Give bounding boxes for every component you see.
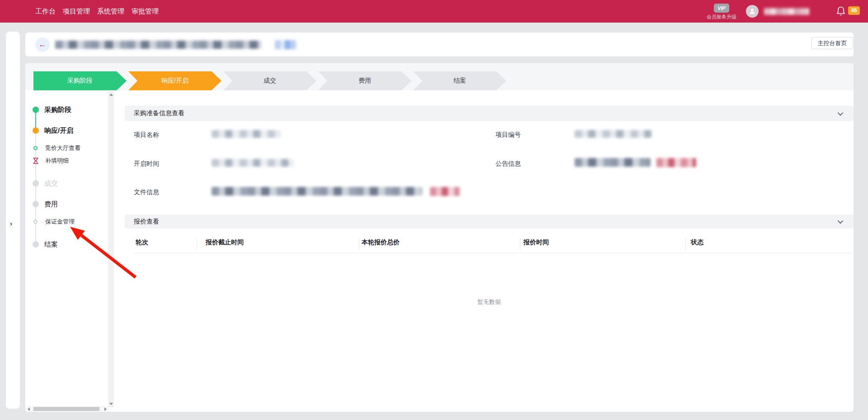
step-label: 费用 — [359, 77, 371, 85]
step-label: 采购阶段 — [67, 77, 93, 85]
sidebar-item-label: 竞价大厅查看 — [45, 144, 80, 152]
value-project-number-redacted — [575, 130, 651, 138]
username-redacted — [764, 8, 809, 15]
green-dot-icon — [33, 107, 39, 113]
label-project-number: 项目编号 — [495, 131, 521, 139]
vip-icon: VIP — [714, 4, 729, 13]
sidebar-item-deposit-mgmt[interactable]: 保证金管理 — [25, 217, 75, 226]
project-title-redacted — [55, 41, 261, 49]
user-icon — [749, 8, 756, 15]
sidebar-item-fee[interactable]: 费用 — [25, 199, 58, 209]
console-home-button[interactable]: 主控台首页 — [811, 37, 853, 49]
empty-state-text: 暂无数据 — [453, 298, 525, 306]
step-label: 成交 — [264, 77, 276, 85]
step-deal[interactable]: 成交 — [223, 71, 316, 90]
scroll-down-icon[interactable] — [109, 403, 113, 405]
step-fee[interactable]: 费用 — [318, 71, 411, 90]
sidebar-item-purchase-stage[interactable]: 采购阶段 — [25, 105, 71, 115]
sidebar-item-label: 响应/开启 — [44, 126, 73, 135]
bell-icon[interactable] — [836, 6, 845, 16]
stage-progress-bar: 采购阶段 响应/开启 成交 费用 结案 — [25, 63, 854, 90]
sidebar-item-label: 成交 — [44, 179, 58, 188]
sidebar-item-deal[interactable]: 成交 — [25, 178, 58, 188]
step-label: 结案 — [453, 77, 466, 85]
sidebar-vertical-scrollbar[interactable] — [108, 91, 114, 407]
hourglass-icon — [33, 158, 38, 164]
sidebar-item-close-case[interactable]: 结案 — [25, 239, 58, 249]
sidebar-item-label: 采购阶段 — [44, 106, 71, 114]
column-divider — [685, 238, 686, 250]
scrollbar-thumb[interactable] — [33, 407, 99, 411]
sidebar-item-label: 结案 — [44, 240, 58, 249]
scroll-right-icon[interactable] — [104, 407, 107, 411]
expand-panel-icon[interactable]: › — [10, 219, 12, 227]
announcement-link-redacted[interactable] — [656, 158, 696, 167]
collapsed-panel: › — [6, 32, 20, 409]
page-header-card: ← 主控台首页 — [25, 33, 854, 56]
gray-dot-icon — [33, 201, 39, 207]
gray-dot-icon — [33, 180, 39, 187]
back-button[interactable]: ← — [35, 37, 50, 52]
nav-item-workbench[interactable]: 工作台 — [35, 7, 56, 16]
value-open-time-redacted — [212, 159, 294, 167]
label-announcement-info: 公告信息 — [495, 160, 521, 168]
step-response-open[interactable]: 响应/开启 — [128, 71, 222, 90]
step-label: 响应/开启 — [161, 77, 189, 85]
section-quote-view: 报价查看 — [125, 215, 854, 229]
main-card: 采购阶段 响应/开启 成交 费用 结案 采购阶段 响应/开启 竞价大厅查看 补填… — [25, 63, 854, 412]
table-header-border — [134, 253, 854, 253]
section-purchase-info: 采购准备信息查看 — [125, 106, 854, 121]
app-root: 工作台 项目管理 系统管理 审批管理 VIP 会员服务升级 46 › ← — [0, 0, 868, 420]
column-round: 轮次 — [136, 238, 148, 247]
section-title: 报价查看 — [134, 218, 159, 226]
sidebar-item-label: 保证金管理 — [45, 218, 75, 226]
orange-dot-icon — [33, 127, 39, 134]
main-menu: 工作台 项目管理 系统管理 审批管理 — [35, 0, 159, 23]
vip-upgrade-label: 会员服务升级 — [703, 14, 740, 20]
gray-dot-icon — [33, 241, 39, 247]
top-nav: 工作台 项目管理 系统管理 审批管理 VIP 会员服务升级 46 — [0, 0, 868, 23]
column-quote-deadline: 报价截止时间 — [206, 238, 244, 247]
back-arrow-icon: ← — [39, 40, 47, 49]
value-project-name-redacted — [212, 130, 281, 138]
column-status: 状态 — [691, 238, 703, 247]
gray-ring-icon — [33, 220, 38, 224]
chevron-down-icon[interactable] — [838, 110, 844, 116]
sidebar-item-bidding-hall[interactable]: 竞价大厅查看 — [25, 144, 80, 153]
nav-item-system-mgmt[interactable]: 系统管理 — [97, 7, 124, 16]
notification-count-badge[interactable]: 46 — [848, 6, 860, 15]
step-purchase-stage[interactable]: 采购阶段 — [33, 71, 127, 90]
column-divider — [520, 238, 520, 250]
vip-upgrade[interactable]: VIP 会员服务升级 — [703, 4, 740, 20]
column-round-total: 本轮报价总价 — [362, 238, 400, 247]
sidebar-item-label: 费用 — [44, 200, 58, 209]
scroll-left-icon[interactable] — [28, 407, 30, 411]
status-tag-redacted — [275, 40, 297, 49]
nav-item-approval-mgmt[interactable]: 审批管理 — [132, 7, 159, 16]
label-file-info: 文件信息 — [134, 188, 159, 196]
column-divider — [197, 238, 197, 250]
sidebar-horizontal-scrollbar[interactable] — [26, 406, 108, 412]
file-link-redacted[interactable] — [430, 187, 460, 196]
green-ring-icon — [33, 146, 38, 150]
avatar[interactable] — [746, 5, 759, 18]
sidebar-item-response-open[interactable]: 响应/开启 — [25, 126, 73, 135]
nav-item-project-mgmt[interactable]: 项目管理 — [63, 7, 90, 16]
chevron-down-icon[interactable] — [838, 218, 844, 224]
section-title: 采购准备信息查看 — [134, 109, 184, 117]
column-quote-time: 报价时间 — [524, 238, 549, 247]
step-close-case[interactable]: 结案 — [413, 71, 506, 90]
label-open-time: 开启时间 — [134, 160, 159, 168]
label-project-name: 项目名称 — [134, 131, 159, 139]
value-announcement-redacted — [575, 158, 651, 167]
column-divider — [359, 238, 359, 250]
scroll-up-icon[interactable] — [109, 93, 113, 96]
value-file-info-redacted — [212, 187, 422, 196]
sidebar-item-label: 补填明细 — [45, 157, 69, 165]
sidebar-item-fill-details[interactable]: 补填明细 — [25, 156, 69, 165]
